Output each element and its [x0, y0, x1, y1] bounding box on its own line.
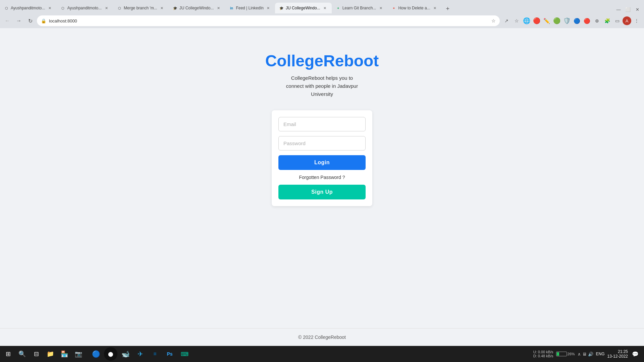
footer: © 2022 CollegeReboot	[0, 328, 644, 346]
docker-taskbar-icon[interactable]: 🐋	[119, 347, 132, 361]
taskbar-right: U: 0.00 kB/s D: 0.48 kB/s 26% ∧ 🖥 🔊 ENG …	[529, 349, 644, 359]
photoshop-taskbar-icon[interactable]: Ps	[163, 347, 176, 361]
start-button[interactable]: ⊞	[1, 347, 15, 361]
store-button[interactable]: 🏪	[58, 347, 71, 361]
login-button[interactable]: Login	[278, 155, 366, 170]
ext-icon-3[interactable]: ✏️	[542, 16, 551, 25]
address-bar[interactable]: 🔒 localhost:8000 ☆	[37, 15, 500, 26]
profile-avatar[interactable]: A	[623, 16, 631, 25]
url-display: localhost:8000	[49, 18, 489, 23]
main-content: CollegeReboot CollegeReboot helps you to…	[0, 28, 644, 346]
email-input[interactable]	[278, 117, 366, 131]
battery-indicator: 26%	[556, 352, 575, 356]
tab-4-close[interactable]: ✕	[216, 5, 221, 11]
menu-icon[interactable]: ⋮	[632, 16, 641, 25]
tab-4-label: JU CollegeWindo...	[179, 6, 214, 10]
network-up: U: 0.00 kB/s	[533, 350, 553, 354]
circle-app-icon[interactable]: ⬤	[104, 347, 117, 361]
forward-button[interactable]: →	[14, 16, 23, 25]
page-content: CollegeReboot CollegeReboot helps you to…	[0, 28, 644, 328]
task-view-button[interactable]: ⊟	[30, 347, 43, 361]
ext-icon-6[interactable]: 🔵	[572, 16, 582, 25]
tab-7-favicon: ✦	[336, 6, 340, 10]
browser-chrome: ⬡ Ayushpanditmoto... ✕ ⬡ Ayushpanditmoto…	[0, 0, 644, 28]
bookmark-star-icon[interactable]: ☆	[512, 16, 521, 25]
refresh-button[interactable]: ↻	[25, 16, 35, 25]
file-explorer-button[interactable]: 📁	[44, 347, 57, 361]
terminal-taskbar-icon[interactable]: ⌨	[178, 347, 191, 361]
tab-5-label: Feed | LinkedIn	[236, 6, 264, 10]
forgot-password-link[interactable]: Forgotten Password ?	[278, 175, 366, 180]
search-button[interactable]: 🔍	[15, 347, 29, 361]
network-icon[interactable]: 🖥	[582, 352, 587, 357]
ext-icon-1[interactable]: 🌐	[522, 16, 531, 25]
battery-percent: 26%	[568, 352, 575, 356]
tab-6-favicon: 🎓	[279, 6, 284, 10]
tab-4-favicon: 🎓	[173, 6, 177, 10]
tab-3[interactable]: ⬡ Merge branch 'm... ✕	[113, 3, 169, 13]
close-button[interactable]: ✕	[633, 5, 641, 13]
tab-2-label: Ayushpanditmoto...	[67, 6, 102, 10]
star-icon[interactable]: ☆	[491, 18, 496, 23]
share-icon[interactable]: ↗	[502, 16, 511, 25]
datetime[interactable]: 21:25 13-12-2022	[607, 349, 628, 359]
notification-icon[interactable]: 💬	[631, 349, 640, 359]
window-controls: — ⬜ ✕	[614, 5, 644, 13]
tab-7-close[interactable]: ✕	[378, 5, 383, 11]
tab-3-label: Merge branch 'm...	[124, 6, 157, 10]
new-tab-button[interactable]: +	[443, 4, 452, 13]
tab-8-close[interactable]: ✕	[432, 5, 438, 11]
system-icons: ∧ 🖥 🔊	[578, 352, 593, 357]
tab-8-favicon: ✦	[391, 6, 396, 10]
network-stats: U: 0.00 kB/s D: 0.48 kB/s	[533, 350, 553, 358]
chrome-taskbar-icon[interactable]: 🔵	[89, 347, 103, 361]
tab-3-favicon: ⬡	[117, 6, 122, 10]
tab-5[interactable]: in Feed | LinkedIn ✕	[225, 3, 275, 13]
tab-6[interactable]: 🎓 JU CollegeWindo... ✕	[275, 3, 332, 13]
extensions-icon[interactable]: 🧩	[602, 16, 612, 25]
taskbar-left: ⊞ 🔍 ⊟ 📁 🏪 📷	[0, 347, 87, 361]
maximize-button[interactable]: ⬜	[624, 5, 632, 13]
telegram-taskbar-icon[interactable]: ✈	[133, 347, 147, 361]
tab-5-favicon: in	[229, 6, 234, 10]
tab-bar: ⬡ Ayushpanditmoto... ✕ ⬡ Ayushpanditmoto…	[0, 0, 644, 13]
tab-6-close[interactable]: ✕	[322, 5, 328, 11]
tab-1-favicon: ⬡	[4, 6, 9, 10]
volume-icon[interactable]: 🔊	[588, 352, 593, 357]
time-display: 21:25	[618, 349, 628, 354]
signup-button[interactable]: Sign Up	[278, 185, 366, 199]
ext-icon-8[interactable]: ⊕	[592, 16, 602, 25]
ext-icon-7[interactable]: 🔴	[582, 16, 592, 25]
taskbar: ⊞ 🔍 ⊟ 📁 🏪 📷 🔵 ⬤ 🐋 ✈ ≡ Ps ⌨ U: 0.00 kB/s …	[0, 346, 644, 362]
taskbar-center: 🔵 ⬤ 🐋 ✈ ≡ Ps ⌨	[87, 347, 194, 361]
tab-6-label: JU CollegeWindo...	[286, 6, 320, 10]
tab-1[interactable]: ⬡ Ayushpanditmoto... ✕	[0, 3, 57, 13]
tab-3-close[interactable]: ✕	[159, 5, 165, 11]
ext-icon-4[interactable]: 🟢	[552, 16, 561, 25]
lock-icon: 🔒	[41, 18, 46, 23]
tab-2[interactable]: ⬡ Ayushpanditmoto... ✕	[57, 3, 113, 13]
tab-8[interactable]: ✦ How to Delete a... ✕	[387, 3, 441, 13]
up-arrow-icon[interactable]: ∧	[578, 352, 581, 357]
photos-button[interactable]: 📷	[72, 347, 85, 361]
tab-5-close[interactable]: ✕	[266, 5, 271, 11]
password-input[interactable]	[278, 136, 366, 150]
sidebar-icon[interactable]: ▭	[612, 16, 622, 25]
vscode-taskbar-icon[interactable]: ≡	[148, 347, 162, 361]
tab-1-label: Ayushpanditmoto...	[11, 6, 45, 10]
back-button[interactable]: ←	[3, 16, 12, 25]
tab-2-close[interactable]: ✕	[104, 5, 109, 11]
tab-2-favicon: ⬡	[61, 6, 65, 10]
tab-7[interactable]: ✦ Learn Git Branch... ✕	[332, 3, 388, 13]
tab-1-close[interactable]: ✕	[47, 5, 53, 11]
minimize-button[interactable]: —	[614, 5, 623, 13]
ext-icon-5[interactable]: 🛡️	[562, 16, 572, 25]
address-bar-row: ← → ↻ 🔒 localhost:8000 ☆ ↗ ☆ 🌐 🔴 ✏️ 🟢 🛡️…	[0, 13, 644, 28]
battery-fill	[557, 352, 559, 356]
language-indicator[interactable]: ENG	[596, 352, 605, 356]
login-card: Login Forgotten Password ? Sign Up	[272, 110, 372, 206]
battery-box	[556, 352, 567, 356]
app-subtitle: CollegeReboot helps you to connect with …	[286, 74, 358, 98]
ext-icon-2[interactable]: 🔴	[532, 16, 541, 25]
tab-4[interactable]: 🎓 JU CollegeWindo... ✕	[169, 3, 225, 13]
